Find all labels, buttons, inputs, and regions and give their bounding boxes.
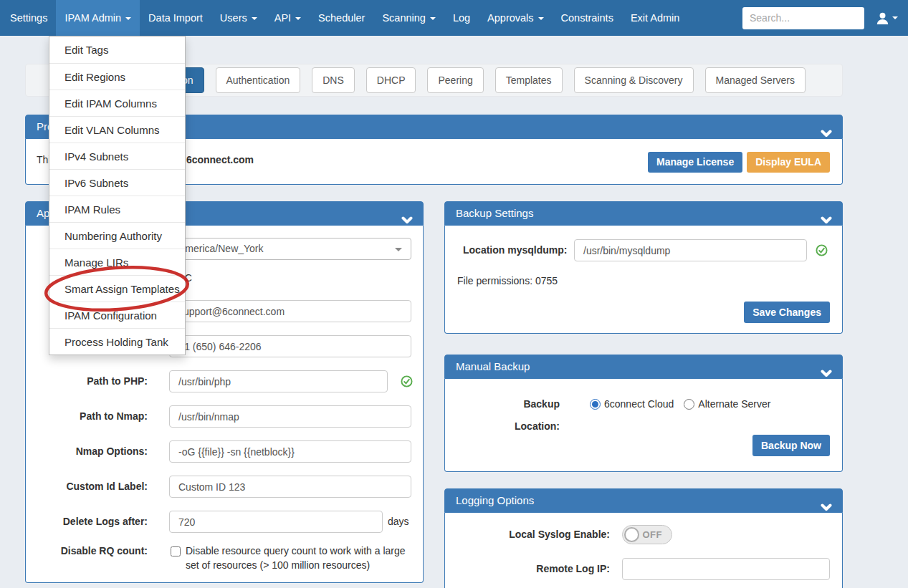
nav-scanning[interactable]: Scanning [373,0,444,36]
manual-backup-title: Manual Backup [456,360,530,372]
disable-rq-label: Disable RQ count: [26,544,148,558]
nav-right [742,0,908,36]
nav-approvals[interactable]: Approvals [479,0,552,36]
admin-page: Settings IPAM Admin Data Import Users AP… [0,0,908,588]
backup-settings-title: Backup Settings [456,207,533,219]
path-to-nmap-input[interactable] [169,405,411,428]
toggle-off-label: OFF [643,529,663,540]
manual-backup-header: Manual Backup [444,355,843,379]
toggle-knob [624,527,639,542]
delete-logs-label: Delete Logs after: [26,511,148,533]
backup-location-options: 6connect Cloud Alternate Server [590,393,770,415]
local-syslog-label: Local Syslog Enable: [445,524,610,546]
tab-authentication[interactable]: Authentication [216,67,301,93]
delete-logs-input[interactable] [169,511,383,533]
user-menu[interactable] [876,11,898,25]
nav-log[interactable]: Log [444,0,479,36]
nav-users[interactable]: Users [211,0,266,36]
menu-item-ipv4-subnets[interactable]: IPv4 Subnets [49,143,185,169]
manual-backup-panel: Manual Backup Backup Location: 6connect … [444,355,843,472]
top-navbar: Settings IPAM Admin Data Import Users AP… [0,0,908,36]
menu-item-process-holding-tank[interactable]: Process Holding Tank [49,328,185,355]
radio-6connect-cloud-label: 6connect Cloud [604,393,674,415]
ipam-admin-dropdown: Edit Tags Edit Regions Edit IPAM Columns… [49,36,186,355]
radio-6connect-cloud[interactable]: 6connect Cloud [590,393,674,415]
timezone-value: America/New_York [178,243,264,254]
path-to-php-input[interactable] [169,370,388,392]
caret-down-icon [430,17,436,20]
caret-down-icon [252,17,257,20]
tab-managed-servers[interactable]: Managed Servers [705,67,806,93]
path-to-nmap-label: Path to Nmap: [26,405,148,428]
caret-down-icon [125,17,131,20]
menu-item-edit-regions[interactable]: Edit Regions [49,63,185,90]
menu-item-ipv6-subnets[interactable]: IPv6 Subnets [49,169,185,196]
backup-settings-body: Location mysqldump: File permissions: 07… [444,226,843,334]
custom-id-input[interactable] [169,476,411,498]
nav-constraints[interactable]: Constraints [553,0,622,36]
nmap-options-label: Nmap Options: [26,440,148,463]
caret-down-icon [395,248,402,251]
nav-settings[interactable]: Settings [1,0,56,36]
menu-item-edit-vlan-columns[interactable]: Edit VLAN Columns [49,116,185,143]
nmap-options-input[interactable] [169,440,411,463]
mysqldump-location-input[interactable] [574,239,807,261]
nav-data-import[interactable]: Data Import [140,0,211,36]
delete-logs-suffix: days [388,511,409,533]
remote-log-ip-input[interactable] [622,558,830,580]
radio-alternate-server[interactable]: Alternate Server [684,393,770,415]
tab-dns[interactable]: DNS [312,67,355,93]
nav-api[interactable]: API [266,0,310,36]
backup-settings-header: Backup Settings [444,201,843,226]
caret-down-icon [295,17,301,20]
radio-6connect-cloud-input[interactable] [590,399,601,410]
caret-down-icon [892,16,898,19]
logging-options-panel: Logging Options Local Syslog Enable: OFF… [444,488,843,588]
logging-options-body: Local Syslog Enable: OFF Remote Log IP: [444,513,843,588]
save-changes-button[interactable]: Save Changes [744,302,830,323]
nav-ipam-admin[interactable]: IPAM Admin [56,0,140,36]
menu-item-edit-tags[interactable]: Edit Tags [49,37,185,63]
path-to-php-label: Path to PHP: [26,370,148,392]
logging-options-header: Logging Options [444,488,843,513]
timezone-select[interactable]: America/New_York [169,238,411,260]
manage-license-button[interactable]: Manage License [648,152,742,173]
nav-ipam-admin-label: IPAM Admin [64,12,121,24]
nav-exit-admin[interactable]: Exit Admin [622,0,689,36]
menu-item-numbering-authority[interactable]: Numbering Authority [49,222,185,249]
nav-scanning-label: Scanning [382,12,425,24]
mysqldump-location-label: Location mysqldump: [463,239,567,261]
tab-scanning-discovery[interactable]: Scanning & Discovery [574,67,694,93]
logging-options-title: Logging Options [456,494,534,506]
menu-item-ipam-configuration[interactable]: IPAM Configuration [49,302,185,328]
menu-item-manage-lirs[interactable]: Manage LIRs [49,249,185,275]
support-phone-input[interactable] [169,335,411,357]
disable-rq-checkbox[interactable] [171,546,181,556]
menu-item-ipam-rules[interactable]: IPAM Rules [49,196,185,222]
nav-items: Settings IPAM Admin Data Import Users AP… [0,0,688,36]
backup-location-label: Backup Location: [481,393,560,438]
backup-now-button[interactable]: Backup Now [752,435,830,456]
nav-api-label: API [274,12,291,24]
valid-check-icon [816,244,828,259]
menu-item-smart-assign-templates[interactable]: Smart Assign Templates [49,275,185,302]
custom-id-label: Custom Id Label: [26,476,148,498]
syslog-toggle[interactable]: OFF [622,525,672,544]
backup-settings-panel: Backup Settings Location mysqldump: File… [444,201,843,334]
nav-scheduler[interactable]: Scheduler [310,0,373,36]
menu-item-edit-ipam-columns[interactable]: Edit IPAM Columns [49,90,185,116]
license-licensee: 6connect.com [186,154,254,165]
search-input[interactable] [742,7,864,29]
display-eula-button[interactable]: Display EULA [747,152,830,173]
file-permissions-text: File permissions: 0755 [457,275,558,286]
tab-list: Application Authentication DNS DHCP Peer… [133,67,806,93]
radio-alternate-server-input[interactable] [684,399,694,410]
remote-log-ip-label: Remote Log IP: [445,558,610,580]
manual-backup-body: Backup Location: 6connect Cloud Alternat… [444,379,843,472]
radio-alternate-server-label: Alternate Server [698,393,770,415]
valid-check-icon [401,375,413,390]
tab-templates[interactable]: Templates [495,67,563,93]
tab-dhcp[interactable]: DHCP [366,67,416,93]
tab-peering[interactable]: Peering [427,67,483,93]
support-email-input[interactable] [169,300,411,322]
